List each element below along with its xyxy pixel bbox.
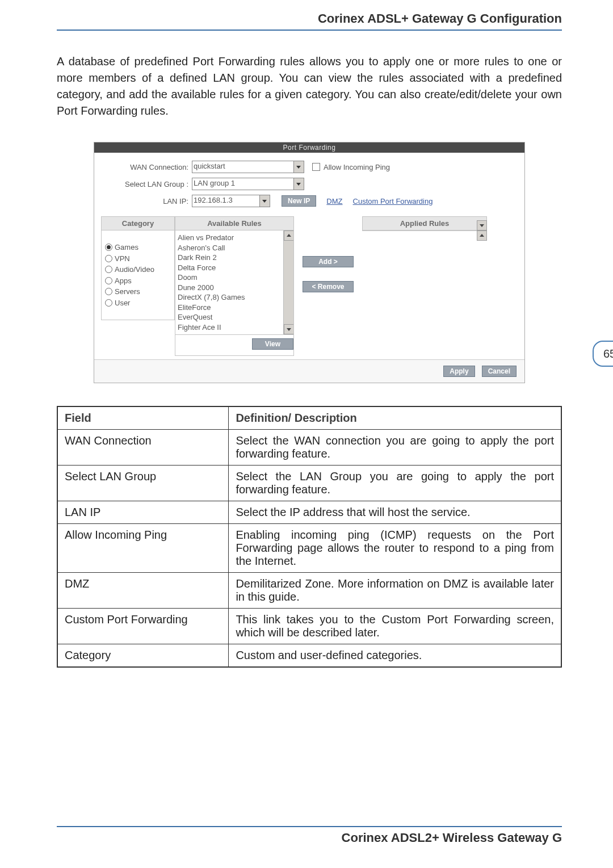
transfer-buttons: Add > < Remove <box>294 216 362 292</box>
category-label: Apps <box>115 275 132 287</box>
category-column: Category GamesVPNAudio/VideoAppsServersU… <box>101 216 175 320</box>
definition-cell: Demilitarized Zone. More information on … <box>229 573 561 609</box>
table-header-def: Definition/ Description <box>229 406 561 430</box>
radio-icon[interactable] <box>105 266 112 273</box>
radio-icon[interactable] <box>105 244 112 251</box>
add-button[interactable]: Add > <box>303 256 354 267</box>
chevron-down-icon[interactable] <box>294 178 304 190</box>
definition-cell: Select the WAN connection you are going … <box>229 430 561 466</box>
apply-button[interactable]: Apply <box>443 366 475 377</box>
cancel-button[interactable]: Cancel <box>482 366 517 377</box>
chevron-down-icon[interactable] <box>294 161 304 173</box>
category-label: Servers <box>115 286 140 297</box>
page-number-badge: 65 <box>593 341 613 367</box>
lan-ip-label: LAN IP: <box>101 197 192 206</box>
rule-item[interactable]: Fighter Ace II <box>178 322 291 333</box>
field-cell: DMZ <box>57 573 229 609</box>
available-rules-list[interactable]: Alien vs PredatorAsheron's CallDark Rein… <box>175 230 293 334</box>
rule-item[interactable]: Alien vs Predator <box>178 233 291 243</box>
custom-port-forwarding-link[interactable]: Custom Port Forwarding <box>353 197 433 206</box>
wan-connection-select[interactable]: quickstart <box>192 161 294 173</box>
rule-item[interactable]: EverQuest <box>178 312 291 322</box>
page-footer-product: Corinex ADSL2+ Wireless Gateway G <box>57 826 562 845</box>
scroll-down-icon[interactable] <box>477 220 487 230</box>
category-label: VPN <box>115 253 130 265</box>
category-radio-row[interactable]: Apps <box>105 275 171 287</box>
page-header-title: Corinex ADSL+ Gateway G Configuration <box>57 11 562 31</box>
available-rules-header: Available Rules <box>175 217 293 230</box>
wan-connection-label: WAN Connection: <box>101 163 192 171</box>
new-ip-button[interactable]: New IP <box>282 195 316 207</box>
available-rules-column: Available Rules Alien vs PredatorAsheron… <box>175 216 294 356</box>
field-cell: WAN Connection <box>57 430 229 466</box>
radio-icon[interactable] <box>105 277 112 284</box>
category-radio-row[interactable]: Audio/Video <box>105 264 171 275</box>
field-cell: Category <box>57 644 229 668</box>
allow-ping-checkbox[interactable] <box>312 163 320 171</box>
view-button[interactable]: View <box>252 338 293 350</box>
category-radio-row[interactable]: VPN <box>105 253 171 265</box>
applied-rules-header: Applied Rules <box>363 217 486 230</box>
page-number: 65 <box>593 341 613 367</box>
rule-item[interactable]: Dune 2000 <box>178 283 291 293</box>
category-header: Category <box>102 217 174 230</box>
rule-item[interactable]: EliteForce <box>178 303 291 313</box>
category-label: User <box>115 297 130 309</box>
table-header-field: Field <box>57 406 229 430</box>
lan-group-select[interactable]: LAN group 1 <box>192 178 294 190</box>
field-cell: Allow Incoming Ping <box>57 524 229 573</box>
applied-rules-column: Applied Rules <box>362 216 487 231</box>
definition-cell: Custom and user-defined categories. <box>229 644 561 668</box>
scroll-up-icon[interactable] <box>284 230 293 241</box>
scroll-down-icon[interactable] <box>284 324 293 334</box>
dmz-link[interactable]: DMZ <box>326 197 342 206</box>
field-definition-table: Field Definition/ Description WAN Connec… <box>57 406 562 668</box>
router-window-title: Port Forwarding <box>94 142 524 153</box>
router-screenshot: Port Forwarding WAN Connection: quicksta… <box>94 142 525 383</box>
table-row: WAN ConnectionSelect the WAN connection … <box>57 430 561 466</box>
scroll-up-icon[interactable] <box>477 230 487 241</box>
lan-ip-select[interactable]: 192.168.1.3 <box>192 195 260 207</box>
scrollbar[interactable] <box>283 230 293 334</box>
table-row: DMZDemilitarized Zone. More information … <box>57 573 561 609</box>
definition-cell: Enabling incoming ping (ICMP) requests o… <box>229 524 561 573</box>
intro-paragraph: A database of predefined Port Forwarding… <box>57 53 562 119</box>
field-cell: LAN IP <box>57 501 229 524</box>
field-cell: Custom Port Forwarding <box>57 609 229 644</box>
definition-cell: Select the LAN Group you are going to ap… <box>229 466 561 501</box>
category-radio-row[interactable]: User <box>105 297 171 309</box>
rule-item[interactable]: DirectX (7,8) Games <box>178 292 291 303</box>
radio-icon[interactable] <box>105 255 112 262</box>
table-row: LAN IPSelect the IP address that will ho… <box>57 501 561 524</box>
table-row: CategoryCustom and user-defined categori… <box>57 644 561 668</box>
category-label: Games <box>115 242 138 253</box>
category-radio-row[interactable]: Games <box>105 242 171 253</box>
rule-item[interactable]: Asheron's Call <box>178 243 291 253</box>
lan-group-label: Select LAN Group : <box>101 180 192 188</box>
chevron-down-icon[interactable] <box>260 195 270 207</box>
table-row: Select LAN GroupSelect the LAN Group you… <box>57 466 561 501</box>
table-row: Allow Incoming PingEnabling incoming pin… <box>57 524 561 573</box>
table-row: Custom Port ForwardingThis link takes yo… <box>57 609 561 644</box>
radio-icon[interactable] <box>105 288 112 295</box>
allow-ping-label: Allow Incoming Ping <box>324 163 390 171</box>
remove-button[interactable]: < Remove <box>303 281 354 292</box>
rule-item[interactable]: Dark Rein 2 <box>178 253 291 263</box>
rule-item[interactable]: Delta Force <box>178 263 291 273</box>
radio-icon[interactable] <box>105 299 112 307</box>
definition-cell: This link takes you to the Custom Port F… <box>229 609 561 644</box>
category-label: Audio/Video <box>115 264 154 275</box>
field-cell: Select LAN Group <box>57 466 229 501</box>
definition-cell: Select the IP address that will host the… <box>229 501 561 524</box>
category-radio-row[interactable]: Servers <box>105 286 171 297</box>
rule-item[interactable]: Doom <box>178 272 291 283</box>
